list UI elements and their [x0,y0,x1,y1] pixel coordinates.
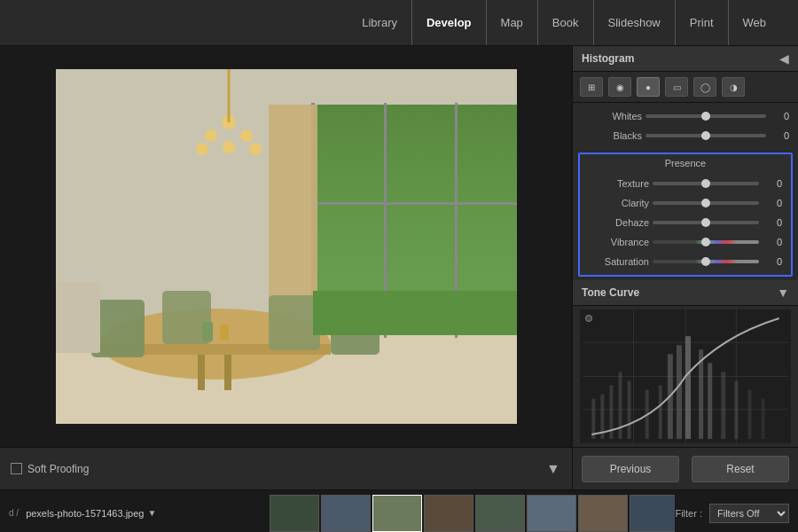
svg-point-18 [205,129,217,142]
vibrance-slider[interactable] [653,240,759,244]
thumbnail-5[interactable] [475,495,525,532]
film-info: d / pexels-photo-1571463.jpeg ▼ [0,508,266,519]
dehaze-value: 0 [763,217,782,228]
thumbnail-1[interactable] [270,495,319,532]
film-path-prefix: d / [9,508,19,518]
clarity-slider[interactable] [653,201,759,205]
bottom-bar: Previous Reset [573,447,798,489]
svg-point-22 [249,143,262,155]
nav-item-develop[interactable]: Develop [412,0,487,45]
histogram-title: Histogram [582,52,634,65]
right-panel: Histogram ◀ ⊞ ◉ ● ▭ ◯ ◑ Whites 0 Blacks [572,46,798,489]
texture-label: Texture [589,178,649,189]
thumbnail-7[interactable] [578,495,628,532]
film-filename: pexels-photo-1571463.jpeg ▼ [26,508,156,519]
clarity-value: 0 [763,198,782,208]
soft-proofing-expand[interactable]: ▼ [545,461,561,477]
dehaze-slider[interactable] [653,221,759,224]
nav-item-print[interactable]: Print [676,0,729,45]
svg-rect-15 [269,295,320,350]
tone-curve-canvas[interactable] [580,309,791,443]
blacks-row: Blacks 0 [573,126,798,145]
presence-sliders: Texture 0 Clarity 0 Dehaze [580,170,791,275]
tool-brush[interactable]: ◑ [722,77,745,97]
reset-button[interactable]: Reset [692,456,789,482]
nav-item-slideshow[interactable]: Slideshow [594,0,676,45]
svg-rect-43 [685,336,691,439]
thumbnail-3[interactable] [372,495,422,532]
histogram-collapse-icon[interactable]: ◀ [779,51,789,66]
nav-item-web[interactable]: Web [729,0,781,45]
whites-label: Whites [582,111,642,121]
nav-item-map[interactable]: Map [487,0,538,45]
saturation-label: Saturation [589,256,649,267]
main-area: Soft Proofing ▼ Histogram ◀ ⊞ ◉ ● ▭ ◯ ◑ … [0,46,798,489]
top-navigation: Library Develop Map Book Slideshow Print… [0,0,798,46]
svg-point-19 [240,129,253,142]
saturation-slider[interactable] [653,260,759,263]
thumbnail-2[interactable] [321,495,371,532]
whites-slider[interactable] [645,114,766,118]
clarity-row: Clarity 0 [580,193,791,213]
whites-value: 0 [770,111,789,121]
svg-rect-34 [591,399,595,439]
thumbnail-4[interactable] [424,495,473,532]
tool-radio[interactable]: ● [637,77,660,97]
histogram-tools: ⊞ ◉ ● ▭ ◯ ◑ [573,72,798,103]
tool-circle-dot[interactable]: ◉ [608,77,631,97]
soft-proofing-toggle[interactable]: Soft Proofing [11,463,89,475]
blacks-label: Blacks [582,130,642,141]
filmstrip: d / pexels-photo-1571463.jpeg ▼ Filter :… [0,489,798,532]
thumbnail-8[interactable] [630,495,675,532]
svg-rect-49 [762,399,765,439]
filter-select[interactable]: Filters Off Flagged Unflagged Rejected [709,504,789,523]
photo-area: Soft Proofing ▼ [0,46,572,489]
film-filter: Filter : Filters Off Flagged Unflagged R… [675,504,798,523]
svg-rect-45 [708,363,712,439]
blacks-slider[interactable] [645,134,766,137]
photo-canvas [0,46,572,447]
clarity-label: Clarity [589,198,649,208]
soft-proofing-checkbox[interactable] [11,463,22,474]
soft-proofing-bar: Soft Proofing ▼ [0,447,572,489]
vibrance-label: Vibrance [589,237,649,247]
whites-row: Whites 0 [573,106,798,126]
svg-rect-26 [220,325,229,340]
vibrance-value: 0 [763,237,782,247]
blacks-value: 0 [770,130,789,141]
svg-rect-24 [56,282,100,353]
presence-section: Presence Texture 0 Clarity 0 [578,153,793,277]
vibrance-row: Vibrance 0 [580,232,791,252]
svg-rect-47 [734,381,738,439]
tone-curve-expand-icon[interactable]: ▼ [777,286,789,300]
texture-row: Texture 0 [580,174,791,193]
tool-grid[interactable]: ⊞ [580,77,603,97]
thumbnail-6[interactable] [527,495,576,532]
texture-slider[interactable] [653,182,759,185]
tone-curve-title: Tone Curve [582,286,639,299]
saturation-value: 0 [763,256,782,267]
histogram-header: Histogram ◀ [573,46,798,72]
svg-point-20 [196,143,208,155]
tone-curve-header: Tone Curve ▼ [573,280,798,306]
tool-oval[interactable]: ◯ [693,77,716,97]
dehaze-label: Dehaze [589,217,649,228]
tool-rect[interactable]: ▭ [665,77,688,97]
nav-item-book[interactable]: Book [538,0,594,45]
svg-rect-42 [677,345,682,439]
svg-rect-8 [269,105,317,326]
nav-item-library[interactable]: Library [348,0,412,45]
film-dropdown-icon[interactable]: ▼ [147,508,156,518]
svg-point-21 [223,141,235,153]
filter-label: Filter : [675,508,702,519]
svg-rect-38 [628,381,631,439]
texture-value: 0 [763,178,782,189]
saturation-row: Saturation 0 [580,252,791,271]
svg-rect-12 [224,355,231,390]
svg-rect-48 [747,390,751,439]
svg-rect-27 [313,291,517,335]
previous-button[interactable]: Previous [582,456,679,482]
svg-rect-7 [311,202,517,205]
photo-image [56,69,517,424]
presence-title: Presence [580,154,791,170]
